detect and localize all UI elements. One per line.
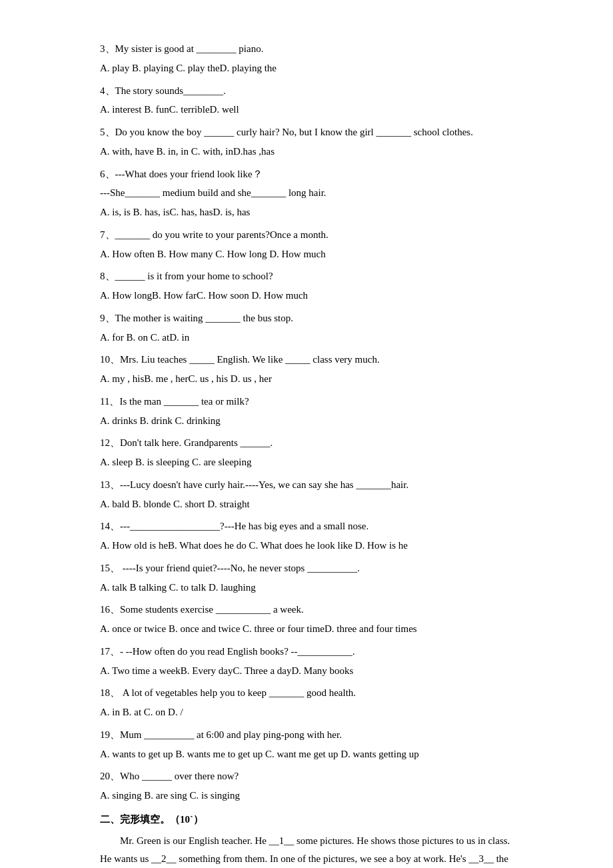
question-5: 5、Do you know the boy ______ curly hair?… xyxy=(100,123,520,161)
q4-options: A. interest B. funC. terribleD. well xyxy=(100,101,520,119)
q6-options: A. is, is B. has, isC. has, hasD. is, ha… xyxy=(100,203,520,222)
q4-text: 4、The story sounds________. xyxy=(100,82,520,101)
exam-content: 3、My sister is good at ________ piano. A… xyxy=(100,40,520,868)
q15-options: A. talk B talking C. to talk D. laughing xyxy=(100,579,520,597)
question-8: 8、______ is it from your home to school?… xyxy=(100,267,520,305)
q5-text: 5、Do you know the boy ______ curly hair?… xyxy=(100,123,520,142)
q6-sub: ---She_______ medium build and she______… xyxy=(100,184,520,203)
question-16: 16、Some students exercise ___________ a … xyxy=(100,601,520,639)
question-4: 4、The story sounds________. A. interest … xyxy=(100,82,520,120)
q12-options: A. sleep B. is sleeping C. are sleeping xyxy=(100,453,520,472)
q16-options: A. once or twice B. once and twice C. th… xyxy=(100,620,520,639)
q3-options: A. play B. playing C. play theD. playing… xyxy=(100,59,520,78)
question-7: 7、_______ do you write to your parents?O… xyxy=(100,226,520,264)
q12-text: 12、Don't talk here. Grandparents ______. xyxy=(100,434,520,453)
q13-text: 13、---Lucy doesn't have curly hair.----Y… xyxy=(100,476,520,495)
q18-text: 18、 A lot of vegetables help you to keep… xyxy=(100,684,520,703)
question-17: 17、- --How often do you read English boo… xyxy=(100,643,520,681)
q8-options: A. How longB. How farC. How soon D. How … xyxy=(100,287,520,305)
section2-passage: Mr. Green is our English teacher. He __1… xyxy=(100,832,520,869)
question-3: 3、My sister is good at ________ piano. A… xyxy=(100,40,520,78)
q17-options: A. Two time a weekB. Every dayC. Three a… xyxy=(100,662,520,681)
q16-text: 16、Some students exercise ___________ a … xyxy=(100,601,520,619)
q15-text: 15、 ----Is your friend quiet?----No, he … xyxy=(100,559,520,578)
q17-text: 17、- --How often do you read English boo… xyxy=(100,643,520,661)
q19-options: A. wants to get up B. wants me to get up… xyxy=(100,745,520,764)
question-9: 9、The mother is waiting _______ the bus … xyxy=(100,309,520,347)
q13-options: A. bald B. blonde C. short D. straight xyxy=(100,495,520,514)
question-15: 15、 ----Is your friend quiet?----No, he … xyxy=(100,559,520,597)
q9-options: A. for B. on C. atD. in xyxy=(100,329,520,347)
q19-text: 19、Mum __________ at 6:00 and play ping-… xyxy=(100,726,520,745)
question-11: 11、Is the man _______ tea or milk? A. dr… xyxy=(100,393,520,431)
q7-text: 7、_______ do you write to your parents?O… xyxy=(100,226,520,245)
question-10: 10、Mrs. Liu teaches _____ English. We li… xyxy=(100,351,520,389)
question-13: 13、---Lucy doesn't have curly hair.----Y… xyxy=(100,476,520,514)
question-18: 18、 A lot of vegetables help you to keep… xyxy=(100,684,520,722)
question-6: 6、---What does your friend look like？ --… xyxy=(100,165,520,222)
q14-options: A. How old is heB. What does he do C. Wh… xyxy=(100,537,520,555)
q6-text: 6、---What does your friend look like？ xyxy=(100,165,520,184)
q14-text: 14、---__________________?---He has big e… xyxy=(100,517,520,536)
q10-text: 10、Mrs. Liu teaches _____ English. We li… xyxy=(100,351,520,369)
q20-text: 20、Who ______ over there now? xyxy=(100,767,520,786)
question-14: 14、---__________________?---He has big e… xyxy=(100,517,520,555)
q18-options: A. in B. at C. on D. / xyxy=(100,703,520,722)
q8-text: 8、______ is it from your home to school? xyxy=(100,267,520,286)
q9-text: 9、The mother is waiting _______ the bus … xyxy=(100,309,520,328)
q11-text: 11、Is the man _______ tea or milk? xyxy=(100,393,520,411)
section2-title: 二、完形填空。（10`） xyxy=(100,811,520,829)
question-19: 19、Mum __________ at 6:00 and play ping-… xyxy=(100,726,520,764)
q20-options: A. singing B. are sing C. is singing xyxy=(100,787,520,805)
q5-options: A. with, have B. in, in C. with, inD.has… xyxy=(100,143,520,161)
question-12: 12、Don't talk here. Grandparents ______.… xyxy=(100,434,520,472)
question-20: 20、Who ______ over there now? A. singing… xyxy=(100,767,520,805)
q10-options: A. my , hisB. me , herC. us , his D. us … xyxy=(100,370,520,389)
q11-options: A. drinks B. drink C. drinking xyxy=(100,412,520,431)
q7-options: A. How often B. How many C. How long D. … xyxy=(100,245,520,264)
q3-text: 3、My sister is good at ________ piano. xyxy=(100,40,520,59)
